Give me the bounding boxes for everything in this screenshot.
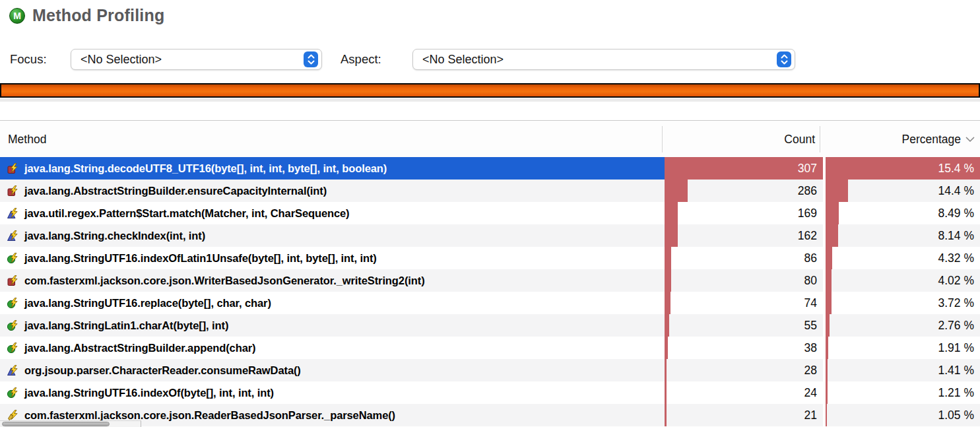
- horizontal-scrollbar[interactable]: [0, 420, 141, 427]
- horizontal-scrollbar-thumb[interactable]: [2, 422, 110, 426]
- table-row[interactable]: java.lang.AbstractStringBuilder.append(c…: [0, 337, 980, 359]
- count-value: 55: [804, 314, 817, 337]
- percentage-cell: 4.32 %: [826, 247, 980, 269]
- aspect-dropdown[interactable]: <No Selection>: [412, 49, 795, 70]
- method-cell: java.lang.StringUTF16.indexOfLatin1Unsaf…: [0, 247, 665, 269]
- method-label: java.lang.StringUTF16.indexOfLatin1Unsaf…: [24, 252, 377, 265]
- percentage-cell: 3.72 %: [826, 292, 980, 314]
- percentage-value: 8.14 %: [938, 224, 974, 247]
- table-row[interactable]: java.lang.AbstractStringBuilder.ensureCa…: [0, 180, 980, 202]
- percentage-bar: [826, 180, 848, 202]
- red-square-bolt-icon: [7, 275, 20, 286]
- table-row[interactable]: java.lang.StringUTF16.replace(byte[], ch…: [0, 292, 980, 314]
- method-label: java.lang.StringUTF16.replace(byte[], ch…: [24, 297, 271, 310]
- method-label: java.util.regex.Pattern$Start.match(Matc…: [24, 207, 350, 220]
- table-row[interactable]: com.fasterxml.jackson.core.json.ReaderBa…: [0, 404, 980, 426]
- method-cell: java.lang.String.checkIndex(int, int): [0, 224, 665, 247]
- percentage-cell: 1.05 %: [826, 404, 980, 426]
- percentage-cell: 8.49 %: [826, 202, 980, 224]
- percentage-value: 2.76 %: [938, 314, 974, 337]
- table-row[interactable]: java.lang.String.checkIndex(int, int) 16…: [0, 224, 980, 247]
- method-cell: org.jsoup.parser.CharacterReader.consume…: [0, 359, 665, 381]
- count-value: 307: [798, 157, 817, 180]
- method-label: java.lang.String.decodeUTF8_UTF16(byte[]…: [24, 162, 387, 175]
- count-cell: 286: [665, 180, 823, 202]
- count-bar: [665, 269, 671, 292]
- progress-bar-shadow: [0, 98, 980, 102]
- percentage-cell: 1.41 %: [826, 359, 980, 381]
- method-label: java.lang.StringLatin1.charAt(byte[], in…: [24, 319, 228, 332]
- table-row[interactable]: java.lang.StringUTF16.indexOfLatin1Unsaf…: [0, 247, 980, 269]
- count-bar: [665, 359, 667, 381]
- percentage-bar: [826, 404, 827, 426]
- count-value: 86: [804, 247, 817, 269]
- percentage-cell: 14.4 %: [826, 180, 980, 202]
- count-value: 24: [804, 381, 817, 404]
- table-row[interactable]: java.lang.StringUTF16.indexOf(byte[], in…: [0, 381, 980, 404]
- count-value: 286: [798, 180, 817, 202]
- method-label: com.fasterxml.jackson.core.json.WriterBa…: [24, 275, 425, 287]
- count-value: 162: [798, 224, 817, 247]
- count-value: 38: [804, 337, 817, 359]
- count-value: 28: [804, 359, 817, 381]
- count-cell: 162: [665, 224, 823, 247]
- green-circle-bolt-icon: [7, 343, 20, 353]
- percentage-column-header[interactable]: Percentage: [826, 121, 975, 158]
- dropdown-stepper-icon: [777, 51, 791, 67]
- percentage-bar: [826, 314, 830, 337]
- percentage-value: 4.32 %: [938, 247, 974, 269]
- count-cell: 80: [665, 269, 823, 292]
- method-cell: java.lang.AbstractStringBuilder.append(c…: [0, 337, 665, 359]
- method-cell: java.util.regex.Pattern$Start.match(Matc…: [0, 202, 665, 224]
- method-label: org.jsoup.parser.CharacterReader.consume…: [24, 364, 301, 377]
- count-bar: [665, 202, 678, 224]
- percentage-value: 14.4 %: [938, 180, 974, 202]
- table-row[interactable]: java.lang.String.decodeUTF8_UTF16(byte[]…: [0, 157, 980, 180]
- hotspots-table-body: java.lang.String.decodeUTF8_UTF16(byte[]…: [0, 157, 980, 426]
- dropdown-stepper-icon: [304, 51, 318, 67]
- method-cell: java.lang.StringUTF16.indexOf(byte[], in…: [0, 381, 665, 404]
- red-square-bolt-icon: [7, 185, 20, 196]
- column-divider[interactable]: [662, 126, 663, 152]
- method-profiling-icon: M: [9, 8, 25, 24]
- count-bar: [665, 314, 669, 337]
- percentage-cell: 4.02 %: [826, 269, 980, 292]
- hotspots-table-header: Method Count Percentage: [0, 120, 980, 157]
- column-divider[interactable]: [820, 126, 820, 152]
- green-circle-bolt-icon: [7, 253, 20, 263]
- table-row[interactable]: java.util.regex.Pattern$Start.match(Matc…: [0, 202, 980, 224]
- method-column-header[interactable]: Method: [8, 121, 46, 158]
- green-circle-bolt-icon: [7, 320, 20, 331]
- percentage-value: 1.05 %: [938, 404, 974, 426]
- count-value: 21: [804, 404, 817, 426]
- method-cell: java.lang.String.decodeUTF8_UTF16(byte[]…: [0, 157, 665, 180]
- focus-dropdown[interactable]: <No Selection>: [71, 49, 322, 70]
- table-row[interactable]: org.jsoup.parser.CharacterReader.consume…: [0, 359, 980, 381]
- method-cell: java.lang.StringLatin1.charAt(byte[], in…: [0, 314, 665, 337]
- percentage-value: 8.49 %: [938, 202, 974, 224]
- count-cell: 86: [665, 247, 823, 269]
- red-square-bolt-icon: [7, 163, 20, 174]
- percentage-bar: [826, 359, 828, 381]
- method-profiling-view: M Method Profiling Focus: <No Selection>…: [0, 0, 980, 427]
- table-row[interactable]: com.fasterxml.jackson.core.json.WriterBa…: [0, 269, 980, 292]
- percentage-value: 15.4 %: [938, 157, 974, 180]
- percentage-cell: 1.91 %: [826, 337, 980, 359]
- method-label: java.lang.AbstractStringBuilder.append(c…: [24, 342, 255, 354]
- percentage-cell: 8.14 %: [826, 224, 980, 247]
- count-column-header[interactable]: Count: [665, 121, 815, 158]
- percentage-bar: [826, 381, 828, 404]
- count-bar: [665, 381, 667, 404]
- percentage-cell: 2.76 %: [826, 314, 980, 337]
- focus-label: Focus:: [10, 48, 47, 71]
- method-label: java.lang.StringUTF16.indexOf(byte[], in…: [24, 387, 274, 399]
- count-cell: 74: [665, 292, 823, 314]
- percentage-bar: [826, 337, 828, 359]
- table-row[interactable]: java.lang.StringLatin1.charAt(byte[], in…: [0, 314, 980, 337]
- count-cell: 38: [665, 337, 823, 359]
- sort-descending-icon: [965, 137, 975, 143]
- percentage-column-label: Percentage: [901, 121, 961, 158]
- aspect-label: Aspect:: [341, 48, 381, 71]
- count-cell: 24: [665, 381, 823, 404]
- percentage-bar: [826, 269, 832, 292]
